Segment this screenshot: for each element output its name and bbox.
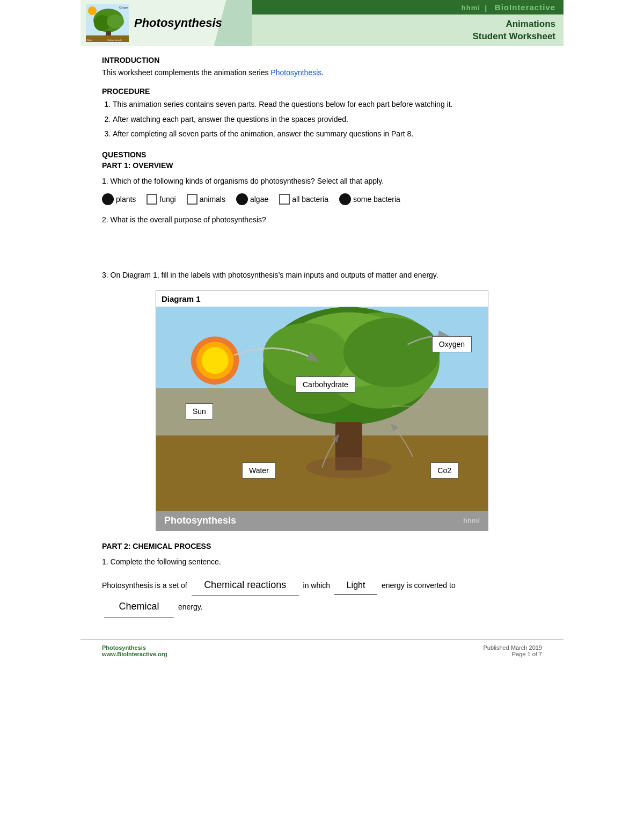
svg-point-17: [322, 313, 440, 409]
algae-checkbox-icon[interactable]: [236, 193, 248, 205]
part1-title: PART 1: OVERVIEW: [102, 161, 542, 170]
hhmi-bar: hhmi | BioInteractive: [252, 0, 564, 14]
svg-point-20: [343, 318, 440, 388]
fungi-label: fungi: [159, 195, 175, 204]
questions-title: QUESTIONS: [102, 150, 542, 159]
q2-text: 2. What is the overall purpose of photos…: [102, 214, 542, 226]
checkbox-item-all-bacteria: all bacteria: [279, 194, 328, 205]
animals-checkbox-icon[interactable]: [187, 194, 197, 205]
footer-right: Published March 2019 Page 1 of 7: [484, 644, 542, 657]
svg-point-14: [202, 347, 229, 374]
part2-q1-intro: 1. Complete the following sentence.: [102, 556, 542, 568]
svg-point-22: [306, 457, 391, 478]
svg-point-1: [88, 6, 97, 15]
procedure-step-2: After watching each part, answer the que…: [113, 113, 542, 126]
part2-title: PART 2: CHEMICAL PROCESS: [102, 542, 542, 550]
q2-answer-space: [102, 231, 542, 264]
algae-label: algae: [250, 195, 268, 204]
header-title: Photosynthesis: [134, 16, 222, 30]
svg-text:Carbon dioxide: Carbon dioxide: [107, 39, 122, 41]
hhmi-logo: hhmi | BioInteractive: [462, 3, 555, 12]
svg-point-4: [107, 14, 124, 28]
plants-checkbox-icon[interactable]: [102, 193, 114, 205]
sentence-start: Photosynthesis is a set of: [102, 581, 187, 590]
blank3[interactable]: Chemical: [104, 596, 174, 618]
main-content: INTRODUCTION This worksheet complements …: [80, 56, 564, 618]
svg-text:Water: Water: [87, 39, 93, 41]
svg-point-16: [263, 329, 370, 414]
procedure-title: PROCEDURE: [102, 87, 542, 96]
page-header: Oxygen Water Carbon dioxide Photosynthes…: [80, 0, 564, 46]
sentence-mid2: energy is converted to: [382, 581, 456, 590]
intro-link[interactable]: Photosynthesis: [270, 68, 321, 77]
header-right: hhmi | BioInteractive Animations Student…: [252, 0, 564, 46]
checkbox-item-some-bacteria: some bacteria: [339, 193, 400, 205]
diagram-water-label: Water: [242, 462, 276, 478]
footer-date: Published March 2019: [484, 644, 542, 651]
introduction-title: INTRODUCTION: [102, 56, 542, 64]
page-footer: Photosynthesis www.BioInteractive.org Pu…: [80, 640, 564, 662]
organism-checkbox-row: plants fungi animals algae all bacteria …: [102, 193, 542, 205]
procedure-step-1: This animation series contains seven par…: [113, 98, 542, 111]
header-left: Oxygen Water Carbon dioxide Photosynthes…: [80, 0, 252, 46]
checkbox-item-algae: algae: [236, 193, 268, 205]
intro-text: This worksheet complements the animation…: [102, 67, 542, 78]
diagram-footer-text: Photosynthesis: [164, 515, 236, 526]
some-bacteria-checkbox-icon[interactable]: [339, 193, 351, 205]
footer-title: Photosynthesis: [102, 644, 167, 651]
footer-page: Page 1 of 7: [484, 651, 542, 657]
diagram-sun-label: Sun: [186, 403, 213, 419]
all-bacteria-label: all bacteria: [292, 195, 328, 204]
diagram-footer-brand: hhmi: [463, 517, 480, 525]
diagram1-inner: Sun Carbohydrate Oxygen Water Co2: [156, 307, 488, 511]
footer-left: Photosynthesis www.BioInteractive.org: [102, 644, 167, 657]
diagram-co2-label: Co2: [430, 462, 458, 478]
blank1[interactable]: Chemical reactions: [192, 575, 299, 597]
plants-label: plants: [116, 195, 136, 204]
diagram1-header: Diagram 1: [156, 291, 488, 307]
fungi-checkbox-icon[interactable]: [147, 194, 157, 205]
sentence-end: energy.: [178, 603, 203, 611]
procedure-step-3: After completing all seven parts of the …: [113, 127, 542, 141]
diagram-carbohydrate-label: Carbohydrate: [296, 376, 355, 393]
svg-point-13: [196, 342, 234, 380]
diagram-footer: Photosynthesis hhmi: [156, 511, 488, 531]
checkbox-item-plants: plants: [102, 193, 136, 205]
svg-text:Oxygen: Oxygen: [119, 6, 128, 9]
svg-point-15: [263, 307, 434, 425]
checkbox-item-fungi: fungi: [147, 194, 175, 205]
svg-point-12: [191, 337, 239, 385]
some-bacteria-label: some bacteria: [353, 195, 400, 204]
header-tree-icon: Oxygen Water Carbon dioxide: [86, 4, 129, 42]
blank2[interactable]: Light: [334, 576, 377, 595]
q3-text: 3. On Diagram 1, fill in the labels with…: [102, 269, 542, 281]
procedure-list: This animation series contains seven par…: [113, 98, 542, 141]
part2-sentence: Photosynthesis is a set of Chemical reac…: [102, 575, 542, 618]
q1-text: 1. Which of the following kinds of organ…: [102, 175, 542, 187]
checkbox-item-animals: animals: [187, 194, 225, 205]
all-bacteria-checkbox-icon[interactable]: [279, 194, 290, 205]
animals-label: animals: [200, 195, 225, 204]
diagram1-container: Diagram 1: [156, 291, 488, 531]
svg-rect-21: [335, 422, 362, 470]
sentence-mid: in which: [303, 581, 331, 590]
diagram-oxygen-label: Oxygen: [432, 336, 472, 352]
animations-label: Animations: [506, 16, 564, 30]
footer-website: www.BioInteractive.org: [102, 651, 167, 657]
student-worksheet-label: Student Worksheet: [472, 31, 564, 46]
